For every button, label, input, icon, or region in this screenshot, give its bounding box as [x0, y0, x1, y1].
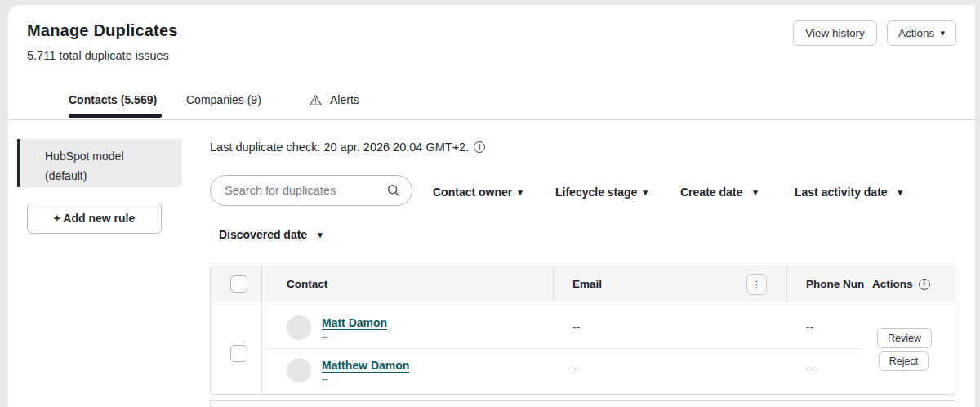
column-header-actions: Actions i [872, 278, 930, 290]
duplicates-table: Contact Email ⋮ Phone Nun Actions i Matt… [210, 266, 956, 395]
avatar [287, 358, 311, 382]
sort-discovered-date-label: Discovered date [219, 228, 307, 241]
next-table-row-partial [210, 400, 956, 407]
page-background-strip [975, 0, 980, 407]
tab-contacts[interactable]: Contacts (5.569) [69, 91, 157, 109]
add-new-rule-label: + Add new rule [54, 212, 135, 225]
email-cell: -- [572, 362, 581, 374]
column-header-email: Email [572, 278, 602, 290]
table-header-row: Contact Email ⋮ Phone Nun Actions i [211, 266, 955, 302]
filter-lifecycle-stage-label: Lifecycle stage [555, 186, 637, 199]
search-container [210, 175, 412, 206]
caret-down-icon: ▾ [753, 188, 758, 197]
column-divider [553, 266, 554, 302]
rule-name-line1: HubSpot model [45, 146, 174, 166]
review-button[interactable]: Review [877, 328, 932, 348]
search-input[interactable] [210, 175, 412, 206]
manage-duplicates-page: Manage Duplicates 5.711 total duplicate … [0, 0, 980, 407]
page-background-strip [0, 0, 8, 407]
tab-companies[interactable]: Companies (9) [186, 91, 261, 109]
column-divider [786, 266, 787, 302]
column-header-phone: Phone Nun [806, 278, 868, 290]
group-checkbox[interactable] [230, 345, 247, 362]
row-divider [266, 348, 862, 349]
rule-name-line2: (default) [45, 166, 174, 186]
reject-button[interactable]: Reject [879, 351, 929, 371]
sidebar-item-hubspot-model[interactable]: HubSpot model (default) [17, 139, 182, 187]
contact-link[interactable]: Matt Damon [322, 316, 387, 329]
contact-link[interactable]: Matthew Damon [322, 359, 409, 372]
total-issues-count: 5.711 total duplicate issues [27, 49, 169, 62]
phone-cell: -- [806, 362, 814, 374]
checkbox-column-divider [261, 266, 262, 394]
caret-down-icon: ▾ [518, 188, 523, 197]
avatar [287, 315, 311, 340]
info-icon[interactable]: i [474, 141, 485, 153]
reject-label: Reject [889, 356, 918, 367]
search-icon [386, 183, 401, 201]
phone-cell: -- [806, 320, 814, 333]
filter-lifecycle-stage[interactable]: Lifecycle stage ▾ [555, 184, 648, 200]
last-check-text: Last duplicate check: 20 apr. 2026 20:04… [210, 141, 469, 154]
filter-create-date-label: Create date [680, 186, 742, 199]
filter-contact-owner-label: Contact owner [433, 186, 512, 199]
email-cell: -- [572, 320, 581, 333]
caret-down-icon: ▾ [318, 230, 323, 239]
actions-label: Actions [898, 27, 934, 39]
caret-down-icon: ▾ [898, 188, 903, 197]
filter-create-date[interactable]: Create date ▾ [680, 184, 758, 200]
view-history-label: View history [805, 27, 865, 39]
filter-last-activity-date[interactable]: Last activity date ▾ [795, 184, 902, 200]
caret-down-icon: ▾ [643, 188, 648, 197]
filter-contact-owner[interactable]: Contact owner ▾ [433, 184, 523, 200]
select-all-checkbox[interactable] [230, 275, 247, 293]
kebab-menu-icon[interactable]: ⋮ [746, 274, 767, 295]
column-header-contact: Contact [287, 278, 327, 290]
tab-companies-label: Companies (9) [186, 93, 261, 106]
view-history-button[interactable]: View history [793, 20, 877, 46]
last-duplicate-check: Last duplicate check: 20 apr. 2026 20:04… [210, 141, 485, 154]
warning-triangle-icon [309, 93, 323, 107]
active-tab-underline [69, 114, 162, 118]
actions-button[interactable]: Actions ▾ [887, 20, 956, 46]
review-label: Review [888, 333, 921, 344]
add-new-rule-button[interactable]: + Add new rule [27, 203, 162, 234]
page-title: Manage Duplicates [27, 21, 178, 40]
tab-contacts-label: Contacts (5.569) [69, 93, 157, 106]
contact-subtext: -- [322, 373, 328, 383]
caret-down-icon: ▾ [940, 29, 945, 38]
column-header-actions-label: Actions [872, 278, 913, 290]
content-card: Manage Duplicates 5.711 total duplicate … [8, 5, 975, 407]
filter-last-activity-date-label: Last activity date [795, 186, 888, 199]
tabs-divider [8, 119, 975, 120]
tab-alerts-label: Alerts [330, 93, 359, 106]
contact-subtext: -- [322, 331, 328, 341]
sort-discovered-date[interactable]: Discovered date ▾ [219, 226, 323, 243]
tab-alerts[interactable]: Alerts [309, 91, 359, 109]
info-icon[interactable]: i [919, 279, 930, 290]
